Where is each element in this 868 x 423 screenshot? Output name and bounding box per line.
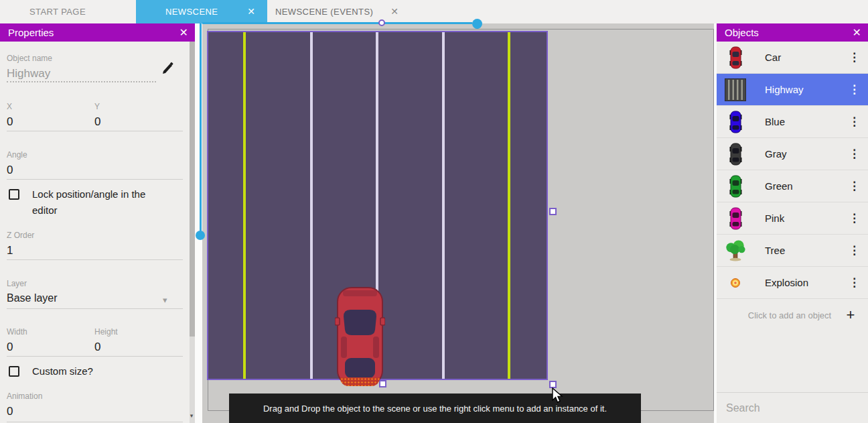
properties-panel: Properties ✕ Object name Highway X Y 0 0… <box>0 23 195 423</box>
object-item-highway[interactable]: Highway ⋮ <box>717 74 868 106</box>
object-item-explosion[interactable]: Explosion ⋮ <box>717 267 868 299</box>
edit-pencil-icon[interactable] <box>162 62 173 75</box>
x-value[interactable]: 0 <box>7 115 13 129</box>
object-name-label: Object name <box>7 54 52 63</box>
animation-underline <box>7 422 183 422</box>
vertical-scroll-thumb[interactable] <box>196 231 205 240</box>
object-menu-kebab-icon[interactable]: ⋮ <box>849 276 860 290</box>
tab-bar: START PAGE NEWSCENE ✕ NEWSCENE (EVENTS) … <box>0 0 868 23</box>
properties-close-icon[interactable]: ✕ <box>179 26 188 39</box>
tab-newscene-close-icon[interactable]: ✕ <box>247 0 255 23</box>
explosion-icon <box>725 271 746 294</box>
pink-car-icon <box>725 207 746 230</box>
xy-underline <box>7 131 183 131</box>
red-car-icon <box>725 46 746 69</box>
custom-size-checkbox[interactable] <box>9 366 19 377</box>
lock-position-label: Lock position/angle in the editor <box>32 186 166 219</box>
y-value[interactable]: 0 <box>94 115 100 129</box>
animation-label: Animation <box>7 391 42 401</box>
road-lane-white-3 <box>442 32 445 379</box>
custom-size-label: Custom size? <box>32 363 93 379</box>
road-texture-icon <box>725 78 746 101</box>
width-label: Width <box>7 327 27 337</box>
mouse-cursor <box>551 387 563 404</box>
angle-label: Angle <box>7 150 27 160</box>
add-object-plus-icon[interactable]: + <box>841 306 860 324</box>
angle-value[interactable]: 0 <box>7 164 13 177</box>
objects-panel: Objects ✕ Car ⋮ <box>717 23 868 423</box>
height-label: Height <box>94 327 118 337</box>
tab-newscene-events-close-icon[interactable]: ✕ <box>390 0 399 23</box>
properties-header: Properties ✕ <box>0 23 195 42</box>
layer-select[interactable]: Base layer <box>7 292 58 304</box>
size-underline <box>7 356 183 357</box>
object-item-label: Explosion <box>765 277 849 288</box>
objects-header: Objects ✕ <box>717 23 868 42</box>
search-input[interactable] <box>726 402 865 414</box>
object-menu-kebab-icon[interactable]: ⋮ <box>849 50 860 64</box>
road-lane-white-1 <box>310 32 313 379</box>
scene-canvas[interactable]: Drag and Drop the object to the scene or… <box>202 23 714 423</box>
object-menu-kebab-icon[interactable]: ⋮ <box>849 243 860 257</box>
gray-car-icon <box>725 143 746 166</box>
objects-title: Objects <box>725 27 759 38</box>
object-item-label: Tree <box>765 245 849 256</box>
object-item-label: Gray <box>765 148 849 160</box>
road-lane-yellow-left <box>243 32 246 379</box>
properties-scrollbar-thumb[interactable] <box>190 42 195 337</box>
add-object-row[interactable]: Click to add an object + <box>717 299 868 331</box>
z-order-underline <box>7 259 183 260</box>
tab-start-page[interactable]: START PAGE <box>29 0 86 23</box>
drag-drop-tooltip-text: Drag and Drop the object to the scene or… <box>263 404 607 423</box>
selection-rotate-handle[interactable] <box>378 19 385 26</box>
y-label: Y <box>94 102 100 111</box>
object-menu-kebab-icon[interactable]: ⋮ <box>849 147 860 161</box>
layer-dropdown-icon[interactable]: ▾ <box>163 295 167 305</box>
properties-body: Object name Highway X Y 0 0 Angle 0 Lock… <box>0 42 190 423</box>
tree-icon <box>725 239 746 262</box>
objects-search-bar <box>717 392 868 423</box>
object-item-label: Pink <box>765 213 849 224</box>
tab-newscene[interactable]: NEWSCENE ✕ <box>136 0 267 23</box>
tab-newscene-events[interactable]: NEWSCENE (EVENTS) ✕ <box>267 0 408 23</box>
selection-handle-right-middle[interactable] <box>549 208 557 215</box>
object-menu-kebab-icon[interactable]: ⋮ <box>849 115 860 129</box>
object-item-blue[interactable]: Blue ⋮ <box>717 106 868 138</box>
vertical-scroll-indicator <box>200 23 202 231</box>
object-item-green[interactable]: Green ⋮ <box>717 170 868 202</box>
animation-value[interactable]: 0 <box>7 405 13 418</box>
object-item-gray[interactable]: Gray ⋮ <box>717 138 868 170</box>
width-value[interactable]: 0 <box>7 341 13 354</box>
object-name-underline <box>7 81 156 82</box>
object-item-car[interactable]: Car ⋮ <box>717 42 868 74</box>
object-item-label: Highway <box>765 84 849 95</box>
scroll-down-icon[interactable]: ▾ <box>189 412 194 419</box>
height-value[interactable]: 0 <box>94 341 100 354</box>
app-window: START PAGE NEWSCENE ✕ NEWSCENE (EVENTS) … <box>0 0 868 423</box>
z-order-label: Z Order <box>7 231 34 240</box>
object-item-label: Green <box>765 180 849 192</box>
angle-underline <box>7 179 183 180</box>
lock-position-checkbox[interactable] <box>9 189 19 200</box>
object-menu-kebab-icon[interactable]: ⋮ <box>849 82 860 97</box>
object-item-pink[interactable]: Pink ⋮ <box>717 202 868 235</box>
tab-newscene-label: NEWSCENE <box>165 0 218 23</box>
add-object-label: Click to add an object <box>738 310 841 320</box>
horizontal-scroll-thumb[interactable] <box>472 19 482 29</box>
object-item-label: Blue <box>765 116 849 127</box>
layer-label: Layer <box>7 279 27 288</box>
object-menu-kebab-icon[interactable]: ⋮ <box>849 211 860 225</box>
horizontal-scroll-indicator <box>202 22 472 24</box>
drag-drop-tooltip: Drag and Drop the object to the scene or… <box>229 394 641 423</box>
object-item-tree[interactable]: Tree ⋮ <box>717 235 868 267</box>
x-label: X <box>7 102 12 111</box>
blue-car-icon <box>725 111 746 133</box>
red-car-sprite[interactable] <box>335 284 385 387</box>
object-name-value[interactable]: Highway <box>7 67 50 80</box>
objects-close-icon[interactable]: ✕ <box>853 26 861 39</box>
road-lane-yellow-right <box>508 32 510 379</box>
tab-newscene-events-label: NEWSCENE (EVENTS) <box>275 0 373 23</box>
object-menu-kebab-icon[interactable]: ⋮ <box>849 179 860 193</box>
z-order-value[interactable]: 1 <box>7 244 13 257</box>
car-out-of-bounds-overlay <box>340 377 380 386</box>
